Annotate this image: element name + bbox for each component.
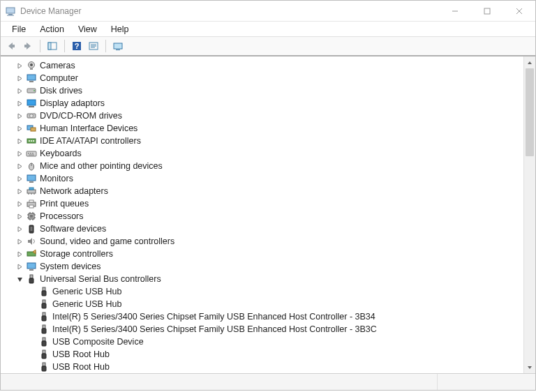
menu-file[interactable]: File bbox=[5, 23, 33, 36]
svg-rect-76 bbox=[43, 338, 45, 341]
forward-button[interactable] bbox=[20, 38, 36, 54]
svg-rect-81 bbox=[42, 366, 46, 371]
back-button[interactable] bbox=[3, 38, 19, 54]
device-label: Intel(R) 5 Series/3400 Series Chipset Fa… bbox=[52, 324, 377, 334]
scroll-thumb[interactable] bbox=[526, 68, 534, 156]
category-sound[interactable]: Sound, video and game controllers bbox=[6, 235, 521, 248]
category-storage-controllers[interactable]: Storage controllers bbox=[6, 248, 521, 260]
toolbar: ? bbox=[1, 37, 535, 56]
expand-icon[interactable] bbox=[15, 199, 24, 209]
usb-device-item[interactable]: Generic USB Hub bbox=[6, 298, 521, 310]
category-computer[interactable]: Computer bbox=[6, 72, 521, 84]
properties-button[interactable] bbox=[86, 38, 101, 54]
svg-rect-8 bbox=[48, 43, 51, 50]
svg-rect-64 bbox=[27, 263, 36, 269]
svg-rect-4 bbox=[484, 8, 490, 14]
device-tree[interactable]: Cameras Computer Disk drives Display ada… bbox=[1, 56, 521, 373]
category-label: Human Interface Devices bbox=[40, 123, 137, 133]
usb-device-item[interactable]: Intel(R) 5 Series/3400 Series Chipset Fa… bbox=[6, 323, 521, 336]
expand-icon[interactable] bbox=[15, 224, 24, 234]
svg-rect-66 bbox=[30, 275, 33, 278]
category-processors[interactable]: Processors bbox=[6, 210, 521, 223]
expand-icon[interactable] bbox=[15, 211, 24, 221]
usb-icon bbox=[38, 324, 50, 335]
svg-rect-79 bbox=[42, 354, 46, 359]
usb-device-item[interactable]: USB Root Hub bbox=[6, 361, 521, 373]
category-label: Disk drives bbox=[40, 86, 82, 96]
usb-icon bbox=[26, 273, 37, 285]
device-label: USB Composite Device bbox=[52, 337, 144, 347]
svg-rect-0 bbox=[6, 8, 15, 13]
category-network[interactable]: Network adapters bbox=[6, 185, 521, 197]
expand-icon[interactable] bbox=[15, 149, 24, 158]
category-display-adapters[interactable]: Display adaptors bbox=[6, 97, 521, 110]
scroll-down-button[interactable] bbox=[524, 361, 535, 373]
vertical-scrollbar[interactable] bbox=[523, 56, 535, 373]
category-system-devices[interactable]: System devices bbox=[6, 260, 521, 273]
svg-rect-80 bbox=[43, 363, 45, 366]
expand-icon[interactable] bbox=[15, 86, 24, 96]
expand-icon[interactable] bbox=[15, 262, 24, 271]
category-ide[interactable]: IDE ATA/ATAPI controllers bbox=[6, 135, 521, 147]
expand-icon[interactable] bbox=[15, 73, 24, 83]
category-monitors[interactable]: Monitors bbox=[6, 172, 521, 185]
expand-icon[interactable] bbox=[15, 123, 24, 133]
category-mice[interactable]: Mice and other pointing devices bbox=[6, 160, 521, 172]
network-icon bbox=[26, 186, 37, 197]
category-label: Keyboards bbox=[40, 149, 82, 158]
svg-rect-24 bbox=[27, 100, 36, 105]
svg-rect-52 bbox=[30, 215, 33, 218]
menu-action[interactable]: Action bbox=[33, 23, 71, 36]
help-button[interactable]: ? bbox=[69, 38, 84, 54]
scroll-up-button[interactable] bbox=[524, 56, 535, 68]
svg-point-18 bbox=[30, 63, 33, 66]
collapse-icon[interactable] bbox=[15, 274, 24, 284]
category-dvd-cd[interactable]: DVD/CD-ROM drives bbox=[6, 110, 521, 122]
close-button[interactable] bbox=[503, 1, 535, 22]
expand-icon[interactable] bbox=[15, 186, 24, 196]
category-hid[interactable]: Human Interface Devices bbox=[6, 122, 521, 135]
expand-icon[interactable] bbox=[15, 98, 24, 108]
category-software-devices[interactable]: Software devices bbox=[6, 223, 521, 235]
category-usb-controllers[interactable]: Universal Serial Bus controllers bbox=[6, 273, 521, 285]
category-cameras[interactable]: Cameras bbox=[6, 59, 521, 72]
svg-point-27 bbox=[30, 114, 34, 118]
expand-icon[interactable] bbox=[15, 236, 24, 246]
usb-device-item[interactable]: USB Composite Device bbox=[6, 336, 521, 348]
svg-point-31 bbox=[29, 140, 30, 142]
storage-icon bbox=[26, 248, 37, 259]
usb-device-item[interactable]: Intel(R) 5 Series/3400 Series Chipset Fa… bbox=[6, 310, 521, 323]
menu-help[interactable]: Help bbox=[104, 23, 136, 36]
expand-icon[interactable] bbox=[15, 111, 24, 121]
svg-rect-69 bbox=[42, 291, 46, 296]
titlebar: Device Manager bbox=[1, 1, 535, 22]
expand-icon[interactable] bbox=[15, 161, 24, 171]
scroll-track[interactable] bbox=[524, 68, 535, 361]
usb-device-item[interactable]: USB Root Hub bbox=[6, 348, 521, 361]
category-keyboards[interactable]: Keyboards bbox=[6, 147, 521, 160]
category-print-queues[interactable]: Print queues bbox=[6, 197, 521, 210]
menu-view[interactable]: View bbox=[71, 23, 104, 36]
category-label: Monitors bbox=[40, 174, 73, 183]
expand-icon[interactable] bbox=[15, 136, 24, 146]
ide-icon bbox=[26, 135, 37, 146]
expand-icon[interactable] bbox=[15, 249, 24, 259]
category-label: Network adapters bbox=[40, 186, 108, 196]
cpu-icon bbox=[26, 211, 37, 222]
svg-text:?: ? bbox=[75, 42, 80, 50]
category-label: Storage controllers bbox=[40, 249, 113, 259]
usb-icon bbox=[38, 349, 50, 360]
scan-hardware-button[interactable] bbox=[110, 38, 126, 54]
expand-icon[interactable] bbox=[15, 61, 24, 70]
disk-icon bbox=[26, 85, 37, 96]
hid-icon bbox=[26, 123, 37, 134]
expand-icon[interactable] bbox=[15, 174, 24, 183]
minimize-button[interactable] bbox=[439, 1, 471, 22]
svg-rect-41 bbox=[27, 175, 36, 181]
maximize-button[interactable] bbox=[471, 1, 503, 22]
svg-rect-68 bbox=[43, 287, 45, 291]
svg-point-33 bbox=[33, 140, 34, 142]
category-disk-drives[interactable]: Disk drives bbox=[6, 84, 521, 97]
usb-device-item[interactable]: Generic USB Hub bbox=[6, 285, 521, 298]
show-hide-console-tree-button[interactable] bbox=[45, 38, 60, 54]
